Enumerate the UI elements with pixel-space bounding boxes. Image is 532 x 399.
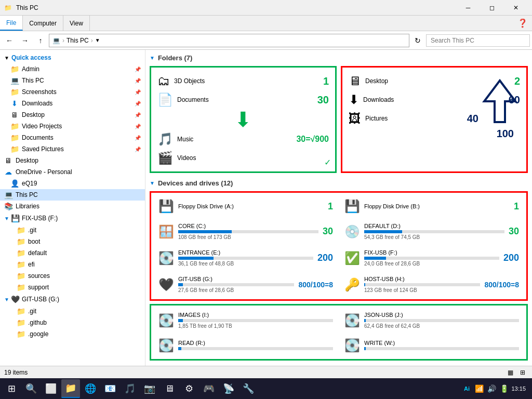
- sidebar-item-label: Saved Pictures: [22, 145, 64, 153]
- drive-info: HOST-USB (H:) 123 GB free of 124 GB: [364, 276, 480, 293]
- taskbar-btn-5[interactable]: 📷: [140, 379, 159, 398]
- sidebar-item-documents[interactable]: 📁 Documents 📌: [0, 132, 145, 143]
- drive-item-h[interactable]: 🔑 HOST-USB (H:) 123 GB free of 124 GB 80…: [340, 273, 523, 296]
- quick-access-header[interactable]: ▼ Quick access: [0, 52, 145, 63]
- drive-name: DEFAULT (D:): [364, 223, 504, 229]
- tab-file[interactable]: File: [0, 16, 23, 31]
- drive-item-i[interactable]: 💽 IMAGES (I:) 1,85 TB free of 1,90 TB: [154, 309, 337, 332]
- battery-icon[interactable]: 🔋: [499, 383, 509, 394]
- folder-name: Pictures: [365, 115, 388, 122]
- drive-item-f[interactable]: ✅ FIX-USB (F:) 24,0 GB free of 28,6 GB 2…: [340, 246, 523, 270]
- folders-section-header[interactable]: ▼ Folders (7): [150, 54, 528, 62]
- folder-item-music[interactable]: 🎵 Music 30=√900: [155, 130, 331, 149]
- sidebar-item-sources[interactable]: 📁 sources: [0, 270, 145, 282]
- sidebar-item-git2[interactable]: 📁 .git: [0, 305, 145, 317]
- sidebar-item-github[interactable]: 📁 .github: [0, 317, 145, 328]
- ai-label[interactable]: Ai: [461, 383, 472, 394]
- computer-icon: 💻: [4, 191, 12, 199]
- network-icon[interactable]: 📶: [474, 383, 484, 394]
- sidebar-item-libraries[interactable]: 📚 Libraries: [0, 201, 145, 212]
- sidebar-item-onedrive[interactable]: ☁ OneDrive - Personal: [0, 166, 145, 178]
- sidebar-item-google[interactable]: 📁 .google: [0, 328, 145, 340]
- drive-item-c[interactable]: 🪟 CORE (C:) 108 GB free of 173 GB 30: [154, 220, 337, 243]
- sidebar-item-saved-pictures[interactable]: 📁 Saved Pictures 📌: [0, 143, 145, 155]
- taskbar-btn-10[interactable]: 🔧: [239, 379, 258, 398]
- sidebar-fixusb-header[interactable]: ▼ 💾 FIX-USB (F:): [0, 212, 145, 224]
- sidebar-item-git[interactable]: 📁 .git: [0, 224, 145, 236]
- sidebar-item-thispc-main[interactable]: 💻 This PC: [0, 189, 145, 201]
- computer-icon: 💻: [10, 76, 19, 85]
- drive-info: ENTRANCE (E:) 36,1 GB free of 48,8 GB: [178, 249, 313, 267]
- tab-computer[interactable]: Computer: [23, 16, 63, 31]
- folder-icon: 📁: [17, 272, 25, 280]
- status-bar: 19 items ▦ ⊞: [0, 366, 532, 378]
- forward-button[interactable]: →: [18, 33, 32, 48]
- minimize-button[interactable]: ─: [456, 0, 480, 16]
- folder-item-videos[interactable]: 🎬 Videos: [155, 149, 331, 167]
- drive-icon: 💾: [344, 199, 360, 214]
- drive-item-d[interactable]: 💿 DEFAULT (D:) 54,3 GB free of 74,5 GB 3…: [340, 220, 523, 243]
- speaker-icon[interactable]: 🔊: [486, 383, 497, 394]
- taskbar-btn-9[interactable]: 📡: [219, 379, 238, 398]
- sidebar-item-label: sources: [28, 272, 50, 280]
- sidebar-item-downloads[interactable]: ⬇ Downloads 📌: [0, 98, 145, 109]
- folder-item-documents[interactable]: 📄 Documents 30: [155, 90, 331, 109]
- sidebar-item-video-projects[interactable]: 📁 Video Projects 📌: [0, 121, 145, 132]
- drive-bar: [178, 347, 181, 350]
- up-button[interactable]: ↑: [33, 33, 48, 48]
- drive-bar: [364, 257, 386, 260]
- start-button[interactable]: ⊞: [2, 379, 21, 398]
- drive-name: IMAGES (I:): [178, 312, 333, 318]
- usb-icon: 🖤: [11, 295, 20, 303]
- drive-item-r[interactable]: 💽 READ (R:): [154, 335, 337, 356]
- sidebar-item-boot[interactable]: 📁 boot: [0, 236, 145, 247]
- sidebar-item-this-pc[interactable]: 💻 This PC 📌: [0, 75, 145, 86]
- address-dropdown[interactable]: ▼: [95, 37, 100, 43]
- drive-bar: [178, 319, 183, 322]
- drive-item-a[interactable]: 💾 Floppy Disk Drive (A:) 1: [154, 196, 337, 217]
- refresh-button[interactable]: ↻: [410, 33, 425, 48]
- taskbar-btn-6[interactable]: 🖥: [160, 379, 179, 398]
- sidebar-item-eq19[interactable]: 👤 eQ19: [0, 178, 145, 189]
- drive-bar-container: [364, 230, 504, 233]
- pin-icon: 📌: [135, 147, 141, 152]
- close-button[interactable]: ✕: [504, 0, 528, 16]
- sidebar-item-efi[interactable]: 📁 efi: [0, 259, 145, 270]
- drive-item-b[interactable]: 💾 Floppy Disk Drive (B:) 1: [340, 196, 523, 217]
- taskbar-btn-7[interactable]: ⚙: [180, 379, 198, 398]
- sidebar-item-desktop[interactable]: 🖥 Desktop 📌: [0, 109, 145, 121]
- sidebar-item-admin[interactable]: 📁 Admin 📌: [0, 63, 145, 75]
- drive-info: Floppy Disk Drive (B:): [364, 203, 510, 209]
- drive-item-e[interactable]: 💽 ENTRANCE (E:) 36,1 GB free of 48,8 GB …: [154, 246, 337, 270]
- sidebar-item-default[interactable]: 📁 default: [0, 247, 145, 259]
- file-explorer-taskbar-button[interactable]: 📁: [61, 379, 80, 398]
- taskbar-btn-2[interactable]: 🌐: [81, 379, 100, 398]
- help-icon[interactable]: ❓: [517, 18, 528, 28]
- taskbar-btn-4[interactable]: 🎵: [121, 379, 139, 398]
- address-bar[interactable]: 💻 › This PC › ▼: [49, 34, 409, 47]
- details-view-button[interactable]: ▦: [505, 367, 515, 378]
- search-input[interactable]: [426, 34, 530, 47]
- sidebar-item-screenshots[interactable]: 📁 Screenshots 📌: [0, 86, 145, 98]
- drive-item-g[interactable]: 🖤 GIT-USB (G:) 27,6 GB free of 28,6 GB 8…: [154, 273, 337, 296]
- drive-item-w[interactable]: 💽 WRITE (W:): [340, 335, 523, 356]
- drive-icon: 💽: [158, 338, 174, 353]
- task-view-button[interactable]: ⬜: [42, 379, 60, 398]
- drive-bar-container: [364, 257, 499, 260]
- back-button[interactable]: ←: [2, 33, 17, 48]
- maximize-button[interactable]: ◻: [480, 0, 504, 16]
- search-button[interactable]: 🔍: [22, 379, 41, 398]
- taskbar-btn-3[interactable]: 📧: [101, 379, 119, 398]
- tab-view[interactable]: View: [63, 16, 90, 31]
- devices-section-header[interactable]: ▼ Devices and drives (12): [150, 179, 528, 187]
- sidebar-item-desktop-main[interactable]: 🖥 Desktop: [0, 155, 145, 166]
- drive-bar-container: [364, 347, 519, 350]
- drive-item-j[interactable]: 💽 JSON-USB (J:) 62,4 GB free of 62,4 GB: [340, 309, 523, 332]
- sidebar-item-support[interactable]: 📁 support: [0, 282, 145, 293]
- large-icons-view-button[interactable]: ⊞: [517, 367, 528, 378]
- folder-name: Documents: [177, 96, 209, 103]
- folder-item-3dobjects[interactable]: 🗂 3D Objects 1: [155, 72, 331, 90]
- sidebar-gitusb-header[interactable]: ▼ 🖤 GIT-USB (G:): [0, 293, 145, 305]
- taskbar-clock[interactable]: 13:15: [511, 385, 530, 392]
- taskbar-btn-8[interactable]: 🎮: [200, 379, 218, 398]
